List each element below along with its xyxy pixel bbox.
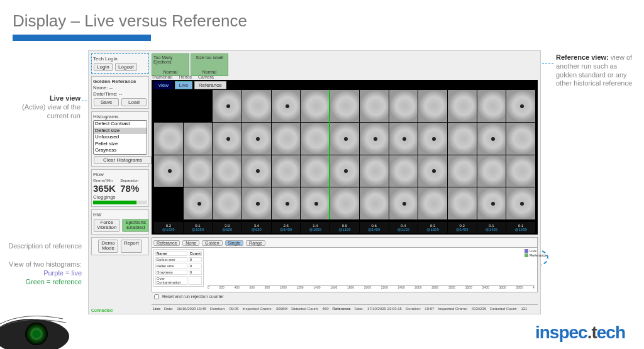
cloggings-bar [93, 201, 147, 204]
pellet-thumbnail[interactable] [330, 90, 359, 122]
pellet-thumbnail[interactable] [448, 123, 477, 155]
reference-none-button[interactable]: None [182, 240, 199, 246]
pellet-thumbnail[interactable] [184, 187, 213, 219]
force-vibration-button[interactable]: Force Vibration [94, 219, 119, 232]
ejections-enabled-button[interactable]: Ejections Enabled [122, 219, 148, 232]
report-button[interactable]: Report [121, 240, 142, 253]
pellet-thumbnail[interactable] [213, 155, 242, 187]
ref-date: Date/Time: -- [93, 91, 147, 97]
pellet-thumbnail[interactable] [389, 187, 418, 219]
pellet-thumbnail[interactable] [506, 187, 535, 219]
pellet-thumbnail[interactable] [418, 187, 447, 219]
reset-counter[interactable]: Reset and run rejection counter [152, 292, 224, 301]
load-button[interactable]: Load [121, 98, 147, 106]
pellet-thumbnail[interactable] [360, 155, 389, 187]
status-tiles: Too Many Ejections Normal Size too small… [152, 53, 228, 76]
logout-button[interactable]: Logout [115, 63, 136, 71]
pellet-thumbnail[interactable] [154, 155, 183, 187]
strip-cell: 0.1@1939 [506, 222, 535, 233]
reference-single-button[interactable]: Single [225, 240, 243, 246]
app-window: Tech Login Login Logout Golden Referance… [88, 50, 541, 314]
pellet-thumbnail[interactable] [330, 155, 359, 187]
pellet-thumbnail[interactable] [272, 90, 301, 122]
pellet-thumbnail[interactable] [301, 123, 330, 155]
tech-login-label: Tech Login [93, 56, 147, 62]
pellet-thumbnail[interactable] [213, 187, 242, 219]
strip-cell: 0.1@1459 [477, 222, 506, 233]
separation-value: 78% [120, 183, 146, 194]
strip-cell: 0.3@1659 [418, 222, 447, 233]
pellet-thumbnail[interactable] [360, 123, 389, 155]
pellet-thumbnail[interactable] [418, 155, 447, 187]
pellet-thumbnail[interactable] [330, 123, 359, 155]
pellet-thumbnail[interactable] [242, 187, 271, 219]
logo-inspectech: inspec.tech [535, 323, 625, 343]
reference-range-button[interactable]: Range [246, 240, 265, 246]
reset-checkbox[interactable] [154, 294, 159, 299]
pellet-thumbnail[interactable] [154, 187, 183, 219]
pellet-thumbnail[interactable] [272, 187, 301, 219]
pellet-thumbnail[interactable] [389, 123, 418, 155]
tab-thumbnail[interactable]: Thumbnail [152, 75, 172, 79]
ref-name: Name: -- [93, 85, 147, 91]
pellet-thumbnail[interactable] [330, 187, 359, 219]
pellet-thumbnail[interactable] [448, 90, 477, 122]
pellet-thumbnail[interactable] [184, 123, 213, 155]
tabs-top: Thumbnail Trends Camera [152, 75, 219, 79]
pellet-thumbnail[interactable] [418, 123, 447, 155]
pellet-thumbnail[interactable] [242, 123, 271, 155]
view-tab-reference[interactable]: Referance [194, 81, 226, 89]
pellet-thumbnail[interactable] [301, 187, 330, 219]
pellet-thumbnail[interactable] [477, 90, 506, 122]
pellet-thumbnail[interactable] [242, 155, 271, 187]
view-tab-view[interactable]: view [154, 81, 173, 89]
pellet-thumbnail[interactable] [477, 155, 506, 187]
save-button[interactable]: Save [94, 98, 119, 106]
pellet-thumbnail[interactable] [506, 90, 535, 122]
connected-status: Connected [91, 308, 113, 313]
reference-golden-button[interactable]: Golden [202, 240, 223, 246]
reference-label-button[interactable]: Referance [153, 240, 180, 246]
tab-camera[interactable]: Camera [198, 75, 214, 79]
login-button[interactable]: Login [94, 63, 113, 71]
pellet-thumbnail[interactable] [301, 155, 330, 187]
view-tab-live[interactable]: Live [175, 81, 193, 89]
pellet-thumbnail[interactable] [477, 123, 506, 155]
pellet-thumbnail[interactable] [448, 187, 477, 219]
separation-label: Separation [120, 179, 146, 182]
strip-cell: 0.4@1159 [389, 222, 418, 233]
pellet-grid [154, 90, 535, 219]
pellet-thumbnail[interactable] [418, 90, 447, 122]
pellet-thumbnail[interactable] [184, 90, 213, 122]
strip-cell: 3.9@620 [213, 222, 242, 233]
svg-point-2 [32, 330, 41, 338]
histogram-bars [208, 250, 535, 284]
strip-cell: 0.6@1459 [360, 222, 389, 233]
pellet-thumbnail[interactable] [272, 123, 301, 155]
demo-mode-button[interactable]: Demo Mode [98, 240, 118, 253]
pellet-thumbnail[interactable] [477, 187, 506, 219]
pellet-thumbnail[interactable] [213, 123, 242, 155]
pellet-thumbnail[interactable] [184, 155, 213, 187]
pellet-thumbnail[interactable] [154, 123, 183, 155]
grams-label: Grams/ Min [93, 179, 119, 182]
pellet-thumbnail[interactable] [389, 90, 418, 122]
pellet-thumbnail[interactable] [360, 187, 389, 219]
tab-trends[interactable]: Trends [179, 75, 192, 79]
pellet-thumbnail[interactable] [242, 90, 271, 122]
pellet-thumbnail[interactable] [154, 90, 183, 122]
pellet-thumbnail[interactable] [389, 155, 418, 187]
pellet-thumbnail[interactable] [301, 90, 330, 122]
callout-histograms: View of two histograms: Purple = live Gr… [5, 260, 82, 286]
pellet-thumbnail[interactable] [448, 155, 477, 187]
grams-value: 365K [93, 183, 119, 194]
pellet-thumbnail[interactable] [506, 155, 535, 187]
pellet-thumbnail[interactable] [213, 90, 242, 122]
pellet-thumbnail[interactable] [272, 155, 301, 187]
strip-cell: 3.4@620 [242, 222, 271, 233]
tile-too-many-ejections: Too Many Ejections Normal [152, 53, 189, 76]
histogram-select[interactable]: Defect ContrastDefect sizeUnfocusedPelle… [93, 120, 147, 155]
pellet-thumbnail[interactable] [360, 90, 389, 122]
clear-histograms-button[interactable]: Clear Histograms [94, 156, 152, 164]
pellet-thumbnail[interactable] [506, 123, 535, 155]
